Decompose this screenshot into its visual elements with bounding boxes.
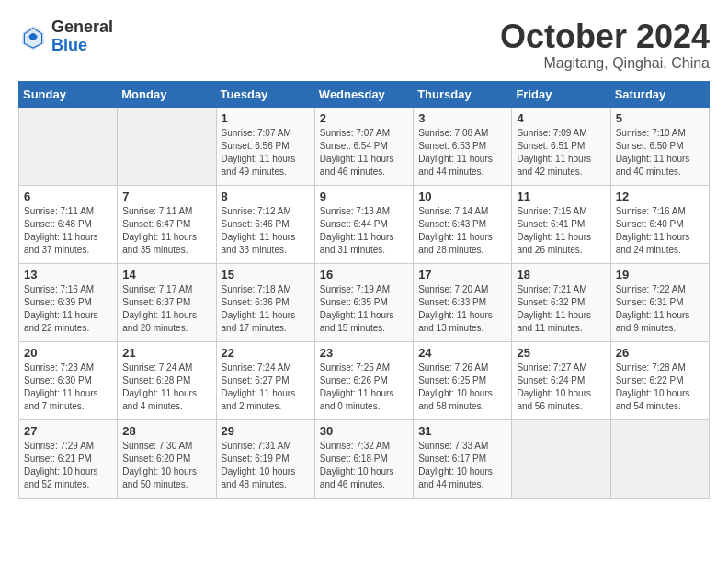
day-number: 17 [418,268,506,282]
svg-point-2 [31,34,36,39]
weekday-header: Sunday [19,81,118,107]
day-number: 22 [222,346,310,360]
day-info: Sunrise: 7:12 AMSunset: 6:46 PMDaylight:… [222,205,310,257]
calendar-cell: 10Sunrise: 7:14 AMSunset: 6:43 PMDayligh… [414,185,512,263]
day-number: 19 [616,268,704,282]
calendar-cell: 15Sunrise: 7:18 AMSunset: 6:36 PMDayligh… [216,263,314,341]
day-number: 15 [222,268,310,282]
day-info: Sunrise: 7:30 AMSunset: 6:20 PMDaylight:… [122,440,210,491]
day-number: 3 [418,111,506,125]
day-info: Sunrise: 7:16 AMSunset: 6:40 PMDaylight:… [616,205,704,257]
day-number: 14 [122,268,210,282]
calendar-cell: 30Sunrise: 7:32 AMSunset: 6:18 PMDayligh… [314,419,413,498]
calendar-cell: 2Sunrise: 7:07 AMSunset: 6:54 PMDaylight… [314,107,413,185]
day-info: Sunrise: 7:19 AMSunset: 6:35 PMDaylight:… [320,283,408,335]
logo-text: General Blue [51,18,113,55]
day-info: Sunrise: 7:22 AMSunset: 6:31 PMDaylight:… [616,283,704,335]
day-number: 18 [517,268,605,282]
calendar-cell: 13Sunrise: 7:16 AMSunset: 6:39 PMDayligh… [19,263,118,341]
day-info: Sunrise: 7:31 AMSunset: 6:19 PMDaylight:… [222,440,310,491]
weekday-header: Friday [512,81,610,107]
day-info: Sunrise: 7:11 AMSunset: 6:47 PMDaylight:… [122,205,210,257]
day-number: 29 [222,424,310,438]
calendar-cell: 12Sunrise: 7:16 AMSunset: 6:40 PMDayligh… [610,185,709,263]
day-number: 4 [517,111,605,125]
weekday-header: Tuesday [216,81,314,107]
day-info: Sunrise: 7:26 AMSunset: 6:25 PMDaylight:… [418,362,506,413]
day-number: 12 [616,190,704,203]
day-number: 6 [24,190,112,203]
day-number: 5 [616,111,704,125]
calendar-cell: 4Sunrise: 7:09 AMSunset: 6:51 PMDaylight… [512,107,610,185]
calendar-cell: 22Sunrise: 7:24 AMSunset: 6:27 PMDayligh… [216,341,314,419]
day-info: Sunrise: 7:18 AMSunset: 6:36 PMDaylight:… [222,283,310,335]
day-number: 25 [517,346,605,360]
day-info: Sunrise: 7:21 AMSunset: 6:32 PMDaylight:… [517,283,605,335]
weekday-header: Wednesday [314,81,413,107]
calendar-cell: 16Sunrise: 7:19 AMSunset: 6:35 PMDayligh… [314,263,413,341]
calendar-cell: 31Sunrise: 7:33 AMSunset: 6:17 PMDayligh… [414,419,512,498]
day-number: 2 [320,111,408,125]
day-info: Sunrise: 7:28 AMSunset: 6:22 PMDaylight:… [616,362,704,413]
day-info: Sunrise: 7:14 AMSunset: 6:43 PMDaylight:… [418,205,506,257]
day-info: Sunrise: 7:11 AMSunset: 6:48 PMDaylight:… [24,205,112,257]
calendar-cell: 27Sunrise: 7:29 AMSunset: 6:21 PMDayligh… [19,419,118,498]
day-info: Sunrise: 7:15 AMSunset: 6:41 PMDaylight:… [517,205,605,257]
calendar-cell [610,419,709,498]
calendar-cell: 5Sunrise: 7:10 AMSunset: 6:50 PMDaylight… [610,107,709,185]
day-info: Sunrise: 7:24 AMSunset: 6:28 PMDaylight:… [122,362,210,413]
calendar-week-row: 13Sunrise: 7:16 AMSunset: 6:39 PMDayligh… [19,263,710,341]
calendar-week-row: 1Sunrise: 7:07 AMSunset: 6:56 PMDaylight… [19,107,710,185]
calendar-week-row: 27Sunrise: 7:29 AMSunset: 6:21 PMDayligh… [19,419,710,498]
day-info: Sunrise: 7:20 AMSunset: 6:33 PMDaylight:… [418,283,506,335]
weekday-header: Monday [118,81,216,107]
day-info: Sunrise: 7:17 AMSunset: 6:37 PMDaylight:… [122,283,210,335]
weekday-header: Saturday [610,81,709,107]
day-info: Sunrise: 7:07 AMSunset: 6:54 PMDaylight:… [320,127,408,178]
calendar-cell: 7Sunrise: 7:11 AMSunset: 6:47 PMDaylight… [118,185,216,263]
day-info: Sunrise: 7:27 AMSunset: 6:24 PMDaylight:… [517,362,605,413]
calendar-cell [118,107,216,185]
day-info: Sunrise: 7:32 AMSunset: 6:18 PMDaylight:… [320,440,408,491]
logo: General Blue [18,18,113,55]
logo-icon [18,22,48,52]
day-info: Sunrise: 7:07 AMSunset: 6:56 PMDaylight:… [222,127,310,178]
calendar-cell: 11Sunrise: 7:15 AMSunset: 6:41 PMDayligh… [512,185,610,263]
day-number: 28 [122,424,210,438]
day-info: Sunrise: 7:29 AMSunset: 6:21 PMDaylight:… [24,440,112,491]
day-number: 1 [222,111,310,125]
calendar-table: SundayMondayTuesdayWednesdayThursdayFrid… [18,81,710,499]
calendar-cell: 9Sunrise: 7:13 AMSunset: 6:44 PMDaylight… [314,185,413,263]
calendar-cell [512,419,610,498]
day-number: 23 [320,346,408,360]
calendar-cell: 8Sunrise: 7:12 AMSunset: 6:46 PMDaylight… [216,185,314,263]
calendar-cell: 18Sunrise: 7:21 AMSunset: 6:32 PMDayligh… [512,263,610,341]
day-number: 8 [222,190,310,203]
day-number: 30 [320,424,408,438]
calendar-cell: 26Sunrise: 7:28 AMSunset: 6:22 PMDayligh… [610,341,709,419]
day-number: 31 [418,424,506,438]
day-number: 11 [517,190,605,203]
day-info: Sunrise: 7:33 AMSunset: 6:17 PMDaylight:… [418,440,506,491]
day-number: 21 [122,346,210,360]
calendar-cell: 3Sunrise: 7:08 AMSunset: 6:53 PMDaylight… [414,107,512,185]
calendar-cell: 14Sunrise: 7:17 AMSunset: 6:37 PMDayligh… [118,263,216,341]
day-info: Sunrise: 7:25 AMSunset: 6:26 PMDaylight:… [320,362,408,413]
calendar-cell: 6Sunrise: 7:11 AMSunset: 6:48 PMDaylight… [19,185,118,263]
calendar-cell: 21Sunrise: 7:24 AMSunset: 6:28 PMDayligh… [118,341,216,419]
calendar-cell: 28Sunrise: 7:30 AMSunset: 6:20 PMDayligh… [118,419,216,498]
calendar-cell: 25Sunrise: 7:27 AMSunset: 6:24 PMDayligh… [512,341,610,419]
calendar-cell: 1Sunrise: 7:07 AMSunset: 6:56 PMDaylight… [216,107,314,185]
day-number: 16 [320,268,408,282]
day-number: 27 [24,424,112,438]
day-number: 26 [616,346,704,360]
calendar-cell [19,107,118,185]
day-number: 9 [320,190,408,203]
calendar-cell: 24Sunrise: 7:26 AMSunset: 6:25 PMDayligh… [414,341,512,419]
day-number: 24 [418,346,506,360]
calendar-week-row: 20Sunrise: 7:23 AMSunset: 6:30 PMDayligh… [19,341,710,419]
day-info: Sunrise: 7:23 AMSunset: 6:30 PMDaylight:… [24,362,112,413]
month-title: October 2024 [500,18,710,55]
day-info: Sunrise: 7:16 AMSunset: 6:39 PMDaylight:… [24,283,112,335]
weekday-header-row: SundayMondayTuesdayWednesdayThursdayFrid… [19,81,710,107]
